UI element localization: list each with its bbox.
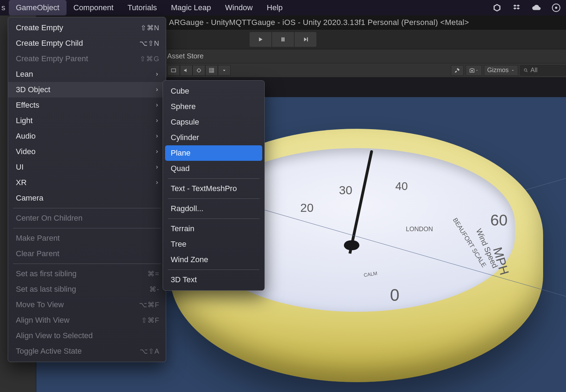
menu-item-label: Make Parent: [16, 234, 159, 243]
submenu-item-plane[interactable]: Plane: [165, 145, 262, 161]
menu-item-align-with-view: Align With View⇧⌘F: [8, 312, 166, 328]
gizmos-label: Gizmos: [487, 67, 509, 74]
menu-item-label: UI: [16, 163, 155, 172]
menu-gameobject[interactable]: GameObject: [9, 0, 67, 15]
submenu-item-3d-text[interactable]: 3D Text: [163, 272, 264, 287]
menu-help[interactable]: Help: [260, 0, 290, 15]
menu-item-shortcut: ⌘-: [149, 285, 159, 293]
chevron-right-icon: [155, 116, 159, 125]
menu-separator: [168, 270, 259, 270]
cloud-icon[interactable]: [532, 3, 541, 13]
gauge-tick-30: 30: [339, 183, 352, 197]
menu-item-label: Camera: [16, 194, 159, 203]
menu-tutorials[interactable]: Tutorials: [120, 0, 164, 15]
gauge-label-calm: CALM: [363, 270, 378, 278]
menu-item-label: Clear Parent: [16, 249, 159, 258]
3d-object-submenu: CubeSphereCapsuleCylinderPlaneQuadText -…: [163, 80, 265, 291]
scene-fx-toggle[interactable]: [193, 65, 205, 76]
menu-separator: [13, 264, 161, 264]
menu-item-shortcut: ⌥⌘F: [139, 301, 159, 309]
menu-item-label: Light: [16, 116, 155, 125]
submenu-item-tree[interactable]: Tree: [163, 236, 264, 252]
svg-point-4: [471, 70, 473, 71]
submenu-item-capsule[interactable]: Capsule: [163, 114, 264, 130]
play-button[interactable]: [250, 32, 271, 47]
menu-item-label: Move To View: [16, 300, 139, 309]
menu-item-label: Align With View: [16, 316, 141, 325]
menu-item-video[interactable]: Video: [8, 144, 166, 159]
menu-item-label: Terrain: [171, 224, 258, 233]
scene-tools-button[interactable]: [451, 65, 464, 76]
scene-audio-toggle[interactable]: [180, 65, 193, 76]
scene-toolbar-dropdown-icon[interactable]: [218, 65, 231, 76]
submenu-item-sphere[interactable]: Sphere: [163, 99, 264, 114]
menu-item-set-as-first-sibling: Set as first sibling⌘=: [8, 266, 166, 282]
menu-item-create-empty-child[interactable]: Create Empty Child⌥⇧N: [8, 36, 166, 51]
menu-item-label: Capsule: [171, 118, 258, 127]
menu-item-label: Wind Zone: [171, 255, 258, 264]
menu-item-label: Create Empty: [16, 23, 140, 32]
menu-item-xr[interactable]: XR: [8, 175, 166, 190]
submenu-item-cube[interactable]: Cube: [163, 83, 264, 99]
menu-item-effects[interactable]: Effects: [8, 97, 166, 113]
chevron-right-icon: [155, 163, 159, 172]
gauge-tick-20: 20: [300, 201, 314, 215]
pause-button[interactable]: [272, 32, 294, 47]
submenu-item-text-textmeshpro[interactable]: Text - TextMeshPro: [163, 181, 264, 196]
menu-item-create-empty[interactable]: Create Empty⇧⌘N: [8, 20, 166, 36]
menu-component[interactable]: Component: [67, 0, 121, 15]
submenu-item-wind-zone[interactable]: Wind Zone: [163, 252, 264, 267]
menu-item-label: Video: [16, 147, 155, 156]
menu-item-shortcut: ⇧⌘N: [140, 24, 159, 32]
menu-item-label: 3D Text: [171, 275, 258, 284]
menu-item-3d-object[interactable]: 3D Object: [8, 82, 166, 97]
menu-item-label: XR: [16, 178, 155, 187]
menu-item-label: Audio: [16, 132, 155, 141]
menu-item-audio[interactable]: Audio: [8, 128, 166, 144]
menu-item-label: Cylinder: [171, 133, 258, 142]
scene-search[interactable]: All: [520, 65, 566, 76]
menu-window[interactable]: Window: [218, 0, 260, 15]
chevron-right-icon: [155, 178, 159, 187]
svg-point-5: [524, 69, 527, 71]
scene-search-placeholder: All: [530, 67, 537, 74]
unity-icon[interactable]: [492, 3, 502, 13]
submenu-item-cylinder[interactable]: Cylinder: [163, 130, 264, 145]
gauge-tick-60: 60: [490, 211, 508, 229]
scene-grid-toggle[interactable]: [205, 65, 218, 76]
help-icon[interactable]: [551, 3, 561, 13]
submenu-item-ragdoll-[interactable]: Ragdoll...: [163, 201, 264, 216]
svg-point-3: [197, 69, 201, 72]
tab-asset-store[interactable]: Asset Store: [167, 52, 203, 60]
menu-item-light[interactable]: Light: [8, 113, 166, 128]
menu-item-shortcut: ⌥⇧N: [139, 39, 159, 48]
menu-item-lean[interactable]: Lean: [8, 67, 166, 82]
menu-separator: [168, 198, 259, 199]
search-icon: [523, 68, 528, 73]
svg-rect-2: [171, 69, 176, 72]
menu-separator: [168, 219, 259, 219]
submenu-item-quad[interactable]: Quad: [163, 161, 264, 176]
menu-magicleap[interactable]: Magic Leap: [164, 0, 218, 15]
gauge-label-london: LONDON: [406, 226, 433, 233]
step-button[interactable]: [295, 32, 316, 47]
dropbox-icon[interactable]: [512, 3, 522, 13]
submenu-item-terrain[interactable]: Terrain: [163, 221, 264, 236]
chevron-right-icon: [155, 70, 159, 79]
menu-item-label: Set as first sibling: [16, 269, 147, 278]
gameobject-menu: Create Empty⇧⌘NCreate Empty Child⌥⇧NCrea…: [8, 17, 166, 362]
menu-item-label: Toggle Active State: [16, 347, 140, 356]
scene-2d-toggle[interactable]: [167, 65, 180, 76]
chevron-right-icon: [155, 132, 159, 141]
menu-item-label: Effects: [16, 101, 155, 110]
menu-item-label: Quad: [171, 164, 258, 173]
menu-item-set-as-last-sibling: Set as last sibling⌘-: [8, 282, 166, 297]
gizmos-dropdown[interactable]: Gizmos: [484, 65, 518, 76]
menu-item-ui[interactable]: UI: [8, 159, 166, 175]
menu-item-align-view-to-selected: Align View to Selected: [8, 328, 166, 343]
scene-camera-button[interactable]: [466, 65, 482, 76]
menu-item-shortcut: ⌘=: [147, 270, 159, 278]
chevron-right-icon: [155, 147, 159, 156]
menu-item-create-empty-parent: Create Empty Parent⇧⌘G: [8, 51, 166, 67]
menu-item-camera[interactable]: Camera: [8, 190, 166, 206]
